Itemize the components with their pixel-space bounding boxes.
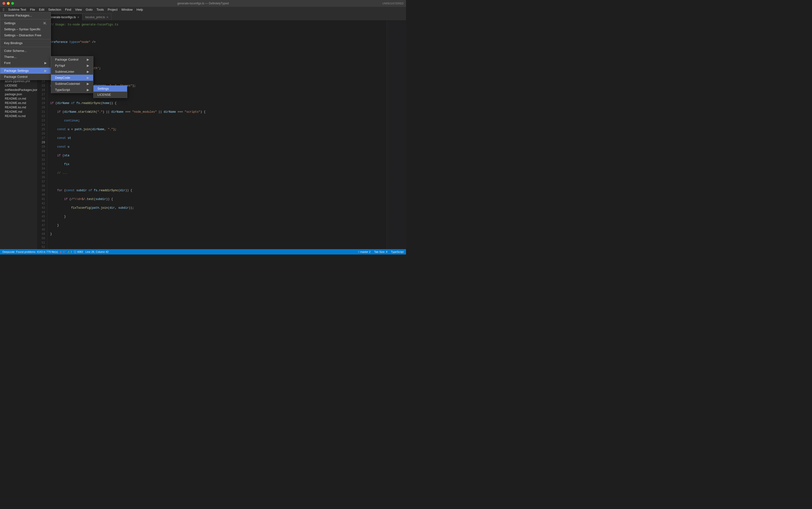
branch-label: ⑂ master 2	[358, 250, 371, 253]
menubar:  Sublime Text File Edit Selection Find …	[0, 7, 406, 12]
deepcode-status: Deepcode: Found problems: 4143 in 779 fi…	[2, 250, 83, 254]
titlebar: generate-tsconfigs.ts — DefinitelyTyped …	[0, 0, 406, 7]
pkg-item-package-control[interactable]: Package Control ▶	[51, 57, 93, 63]
pyyapf-arrow-icon: ▶	[87, 64, 89, 67]
pkg-item-pyyapf[interactable]: PyYapf ▶	[51, 63, 93, 69]
editor-content: 123 456 789 101112 131415 161718 192021 …	[38, 21, 406, 249]
tab-label2: locutus_print.ts	[85, 15, 105, 19]
minimap	[386, 21, 406, 249]
code-content[interactable]: // Usage: ts-node generate-tsconfigs.ts …	[47, 21, 386, 249]
pref-separator-2	[0, 39, 50, 39]
main-area: OPEN FILES ◇ fix-tslint.ts ● generate-ts…	[0, 12, 406, 249]
deepcode-item-settings[interactable]: Settings	[94, 86, 127, 92]
sidebar-item-readme-cn[interactable]: README.cn.md	[0, 97, 37, 101]
menubar-item-window[interactable]: Window	[120, 7, 135, 12]
pref-item-package-settings[interactable]: Package Settings ▶	[0, 68, 50, 74]
statusbar: Deepcode: Found problems: 4143 in 779 fi…	[0, 249, 406, 254]
maximize-button[interactable]	[11, 2, 14, 5]
typescript-arrow-icon: ▶	[87, 88, 89, 92]
pkg-control-arrow-icon: ▶	[87, 58, 89, 61]
menubar-item-sublime-text[interactable]: Sublime Text	[6, 7, 28, 12]
deepcode-arrow-icon: ▶	[87, 76, 89, 79]
editor[interactable]: 123 456 789 101112 131415 161718 192021 …	[38, 21, 406, 249]
font-arrow-icon: ▶	[44, 61, 47, 65]
sidebar-item-notneeded[interactable]: notNeededPackages.json	[0, 88, 37, 92]
pref-separator-4	[0, 67, 50, 67]
pref-item-key-bindings[interactable]: Key Bindings	[0, 40, 50, 46]
close-button[interactable]	[2, 2, 5, 5]
status-right: ⑂ master 2 Tab Size: 4 TypeScript	[358, 250, 404, 253]
sidebar-item-readme-ru[interactable]: README.ru.md	[0, 114, 37, 118]
package-settings-submenu: Package Control ▶ PyYapf ▶ SublimeLinter…	[51, 56, 93, 93]
minimize-button[interactable]	[7, 2, 10, 5]
warning-count: 3	[71, 250, 72, 253]
pref-separator-3	[0, 47, 50, 47]
menubar-item-selection[interactable]: Selection	[46, 7, 63, 12]
sublimecodeintel-arrow-icon: ▶	[87, 82, 89, 86]
error-icon: ⊗	[60, 250, 62, 253]
window-title: generate-tsconfigs.ts — DefinitelyTyped	[177, 2, 229, 5]
minimap-content	[387, 21, 406, 249]
pkg-settings-arrow-icon: ▶	[44, 69, 47, 72]
traffic-lights	[0, 2, 14, 5]
menubar-item-goto[interactable]: Goto	[84, 7, 95, 12]
tab-close-icon2[interactable]: ×	[106, 15, 108, 19]
sublimelinter-arrow-icon: ▶	[87, 70, 89, 73]
pref-separator-1	[0, 19, 50, 20]
menubar-item-edit[interactable]: Edit	[37, 7, 46, 12]
pref-item-settings-syntax[interactable]: Settings – Syntax Specific	[0, 26, 50, 32]
menubar-item-find[interactable]: Find	[63, 7, 73, 12]
deepcode-submenu: Settings LICENSE	[93, 85, 127, 98]
pref-item-settings[interactable]: Settings ⌘,	[0, 20, 50, 26]
tab-locutus-print[interactable]: locutus_print.ts ×	[82, 13, 111, 20]
sidebar-item-license[interactable]: LICENSE	[0, 83, 37, 88]
tab-close-icon[interactable]: ×	[77, 15, 79, 19]
tab-label: generate-tsconfigs.ts	[49, 15, 76, 19]
preferences-menu: Browse Packages... Settings ⌘, Settings …	[0, 12, 51, 80]
menubar-item-help[interactable]: Help	[135, 7, 145, 12]
menubar-item-file[interactable]: File	[28, 7, 37, 12]
sidebar-item-package-json[interactable]: package.json	[0, 92, 37, 97]
pref-item-color-scheme[interactable]: Color Scheme...	[0, 48, 50, 54]
pref-item-browse-packages[interactable]: Browse Packages...	[0, 12, 50, 19]
pref-item-settings-distraction[interactable]: Settings – Distraction Free	[0, 32, 50, 38]
info-count: 4083	[77, 250, 83, 253]
unregistered-label: UNREGISTERED	[382, 2, 404, 5]
pref-item-package-control[interactable]: Package Control	[0, 74, 50, 80]
pkg-item-typescript[interactable]: TypeScript ▶	[51, 87, 93, 93]
language-label[interactable]: TypeScript	[391, 250, 404, 253]
sidebar-item-readme-ko[interactable]: README.ko.md	[0, 105, 37, 109]
position: Line 28, Column 42	[86, 250, 109, 253]
menubar-item-view[interactable]: View	[73, 7, 84, 12]
menubar-item-project[interactable]: Project	[106, 7, 119, 12]
pkg-item-sublimecodeintel[interactable]: SublimeCodeIntel ▶	[51, 81, 93, 87]
status-left: Deepcode: Found problems: 4143 in 779 fi…	[2, 250, 109, 254]
deepcode-item-license[interactable]: LICENSE	[94, 92, 127, 98]
sidebar-item-readme-es[interactable]: README.es.md	[0, 101, 37, 105]
apple-menu-item[interactable]: 	[1, 7, 6, 12]
menubar-item-tools[interactable]: Tools	[95, 7, 106, 12]
tab-bar: ‹ › generate-tsconfigs.ts × locutus_prin…	[38, 12, 406, 21]
tab-generate-tsconfigs[interactable]: generate-tsconfigs.ts ×	[46, 13, 83, 20]
editor-area: ‹ › generate-tsconfigs.ts × locutus_prin…	[38, 12, 406, 249]
info-icon: ⓘ	[74, 250, 76, 253]
warning-icon: ⚠	[67, 250, 70, 253]
pkg-item-sublimelinter[interactable]: SublimeLinter ▶	[51, 69, 93, 75]
pref-item-font[interactable]: Font ▶	[0, 60, 50, 66]
error-count: 57	[63, 250, 65, 253]
pref-item-theme[interactable]: Theme...	[0, 54, 50, 60]
tab-size-label[interactable]: Tab Size: 4	[374, 250, 387, 253]
sidebar-item-readme[interactable]: README.md	[0, 109, 37, 114]
pkg-item-deepcode[interactable]: DeepCode ▶	[51, 75, 93, 81]
